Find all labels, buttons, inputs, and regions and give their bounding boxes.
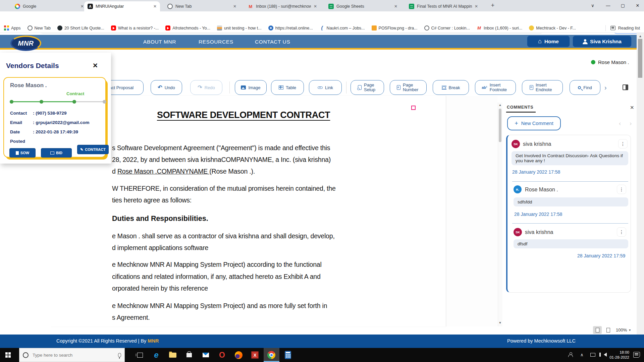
- toolbar-insert-footnote-button[interactable]: ab¹ Insert Footnote: [475, 80, 516, 95]
- button-label: CONTRACT: [85, 147, 106, 152]
- bookmark-unit-testing[interactable]: unit testing - how t...: [217, 25, 262, 31]
- button-label: Insert Endnote: [536, 83, 555, 92]
- taskbar-search[interactable]: [19, 348, 125, 362]
- mnr-logo[interactable]: MNR: [10, 36, 41, 51]
- tray-people-icon[interactable]: [568, 352, 573, 357]
- new-comment-button[interactable]: + New Comment: [507, 116, 561, 130]
- microphone-icon[interactable]: [118, 353, 121, 357]
- comments-prev-icon[interactable]: ‹: [619, 120, 621, 127]
- task-view-button[interactable]: [136, 351, 144, 359]
- comment-menu-icon[interactable]: ⋮: [617, 185, 626, 194]
- globe-icon: [28, 25, 33, 31]
- bookmark-quotes[interactable]: 20 Short Life Quote...: [57, 25, 104, 31]
- new-tab-button[interactable]: +: [486, 0, 500, 11]
- bookmark-new-tab[interactable]: New Tab: [28, 25, 51, 31]
- calculator-app-icon[interactable]: [283, 351, 292, 359]
- window-maximize-button[interactable]: ▢: [616, 0, 630, 11]
- tab-google[interactable]: Google ✕: [11, 1, 87, 11]
- bookmark-retail-online[interactable]: https://retail.online...: [268, 25, 313, 31]
- toolbar-insert-endnote-button[interactable]: Insert Endnote: [522, 80, 563, 95]
- tray-hidden-icons-chevron[interactable]: ∧: [580, 352, 584, 357]
- start-button[interactable]: [5, 352, 11, 358]
- tab-close-icon[interactable]: ✕: [314, 4, 317, 9]
- zoom-dropdown-icon: ▾: [629, 328, 631, 332]
- toolbar-page-setup-button[interactable]: Page Setup: [351, 80, 384, 95]
- action-center-icon[interactable]: [633, 352, 640, 358]
- toolbar-find-button[interactable]: Find: [570, 80, 600, 95]
- nav-link-about-mnr[interactable]: ABOUT MNR: [143, 39, 176, 45]
- tray-network-icon[interactable]: [590, 353, 595, 357]
- bid-button[interactable]: BID: [41, 148, 72, 158]
- scroll-up-icon[interactable]: ▲: [637, 34, 644, 38]
- web-layout-view-icon[interactable]: [604, 326, 612, 334]
- print-layout-view-icon[interactable]: [593, 326, 602, 334]
- browser-scrollbar[interactable]: [637, 33, 644, 348]
- toolbar-table-button[interactable]: Table: [271, 80, 304, 95]
- bookmark-inbox[interactable]: MInbox (1,609) - suri...: [477, 25, 522, 31]
- zoom-control[interactable]: 100% ▾: [616, 327, 631, 333]
- browser-scrollbar-thumb[interactable]: [638, 39, 642, 78]
- bookmark-afrotechmods[interactable]: Afrotechmods - Yo...: [165, 25, 210, 31]
- vendors-panel-close-icon[interactable]: ✕: [93, 62, 98, 69]
- nav-link-contact-us[interactable]: CONTACT US: [255, 39, 290, 45]
- tab-gmail-inbox[interactable]: M Inbox (188) - suri@mechknowsof ✕: [245, 1, 320, 11]
- contract-button[interactable]: ✎ CONTRACT: [77, 145, 109, 154]
- user-profile-button[interactable]: Siva Krishna: [573, 36, 632, 47]
- toolbar-page-number-button[interactable]: Page Number: [390, 80, 427, 95]
- scroll-down-icon[interactable]: ▼: [498, 321, 502, 324]
- tab-close-icon[interactable]: ✕: [80, 4, 84, 9]
- taskbar-search-input[interactable]: [32, 352, 115, 358]
- firefox-app-icon[interactable]: [234, 351, 243, 359]
- store-app-icon[interactable]: [185, 351, 194, 359]
- paint-app-icon[interactable]: X: [251, 351, 259, 359]
- bookmark-apps[interactable]: Apps: [4, 25, 21, 31]
- comment-timestamp: 28 January 2022 17:58: [512, 169, 560, 175]
- line-segment: d: [112, 168, 117, 175]
- window-minimize-button[interactable]: —: [601, 0, 615, 11]
- file-explorer-app-icon[interactable]: [168, 351, 177, 359]
- bookmark-mechtrack[interactable]: Mechtrack - Dev - F...: [529, 25, 576, 31]
- footer-brand-link[interactable]: MNR: [148, 338, 159, 344]
- reading-list-button[interactable]: Reading list: [605, 25, 640, 31]
- tab-close-icon[interactable]: ✕: [475, 4, 478, 9]
- comment-menu-icon[interactable]: ⋮: [618, 139, 628, 148]
- tab-mnruiangular[interactable]: A MNRUIAngular ✕: [84, 1, 160, 11]
- taskbar-clock[interactable]: 18:00 01-28-2022: [606, 350, 629, 360]
- tab-close-icon[interactable]: ✕: [153, 4, 157, 9]
- document-scrollbar-thumb[interactable]: [499, 109, 501, 142]
- mail-app-icon[interactable]: [201, 351, 210, 359]
- bookmark-label: https://retail.online...: [275, 26, 313, 31]
- toolbar-break-button[interactable]: Break: [433, 80, 469, 95]
- sow-button[interactable]: SOW: [9, 148, 36, 158]
- nav-link-resources[interactable]: RESOURCES: [199, 39, 233, 45]
- bookmark-csharp-corner[interactable]: C# Corner : Lookin...: [424, 25, 470, 31]
- comment-menu-icon[interactable]: ⋮: [617, 227, 626, 237]
- home-button[interactable]: ⌂ Home: [527, 36, 570, 47]
- page-setup-icon: [358, 85, 362, 90]
- toolbar-redo-button[interactable]: ↷ Redo: [190, 80, 222, 95]
- bookmark-posflow[interactable]: POSFlow.png - dra...: [372, 25, 418, 31]
- tab-close-icon[interactable]: ✕: [233, 4, 236, 9]
- tab-title: Google Sheets: [336, 4, 391, 9]
- side-panel-toggle-icon[interactable]: [623, 84, 628, 90]
- bookmark-naukri[interactable]: (Naukri.com – Jobs...: [320, 25, 365, 31]
- toolbar-overflow-chevron-icon[interactable]: ›: [604, 84, 607, 92]
- comments-close-icon[interactable]: ✕: [630, 105, 634, 111]
- scroll-up-icon[interactable]: ▲: [498, 103, 502, 107]
- tab-close-icon[interactable]: ✕: [394, 4, 397, 9]
- chrome-app-icon[interactable]: [267, 351, 276, 359]
- toolbar-image-button[interactable]: Image: [235, 80, 267, 95]
- toolbar-undo-button[interactable]: ↶ Undo: [151, 80, 182, 95]
- tab-final-tests[interactable]: Final Tests of MNR AI Mapping S ✕: [406, 1, 481, 11]
- tab-new-tab[interactable]: New Tab ✕: [164, 1, 240, 11]
- tab-search-icon[interactable]: ∨: [586, 0, 600, 11]
- toolbar-link-button[interactable]: Link: [309, 80, 342, 95]
- tab-google-sheets[interactable]: Google Sheets ✕: [325, 1, 401, 11]
- bid-card-icon: [50, 152, 54, 155]
- comments-next-icon[interactable]: ›: [630, 120, 632, 127]
- field-label: Email: [10, 120, 22, 125]
- opera-app-icon[interactable]: O: [218, 351, 226, 359]
- window-close-button[interactable]: ✕: [631, 0, 644, 11]
- edge-app-icon[interactable]: e: [152, 351, 161, 359]
- bookmark-resistor-video[interactable]: What is a resistor? -...: [111, 25, 159, 31]
